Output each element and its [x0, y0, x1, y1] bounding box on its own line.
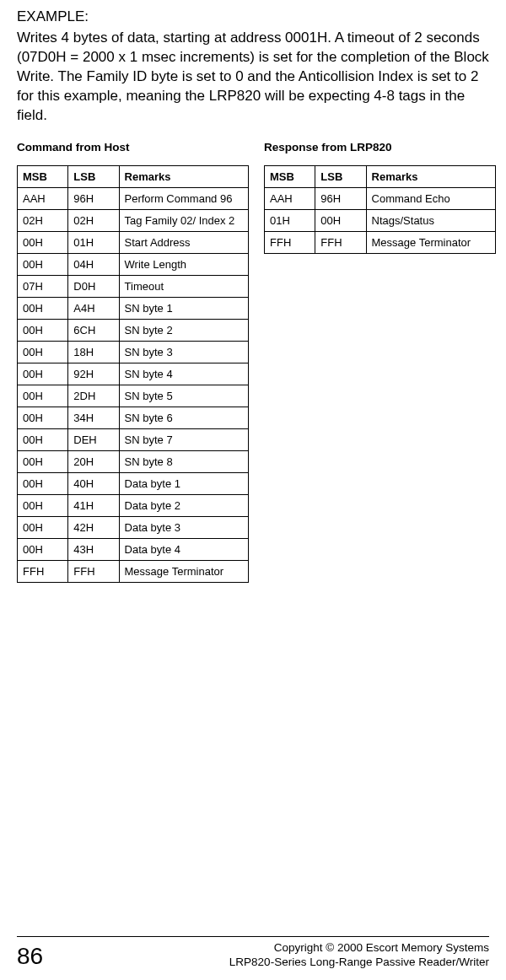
columns-wrap: Command from Host MSB LSB Remarks AAH96H… [17, 141, 489, 583]
cell-msb: 00H [18, 407, 68, 428]
footer-rule [17, 936, 489, 937]
cell-lsb: FFH [315, 231, 366, 253]
cell-msb: 07H [18, 275, 68, 297]
table-row: 00H04HWrite Length [18, 253, 249, 275]
copyright-line-1: Copyright © 2000 Escort Memory Systems [229, 940, 489, 956]
cell-msb: 00H [18, 341, 68, 363]
cell-lsb: 04H [68, 253, 119, 275]
cell-lsb: 18H [68, 341, 119, 363]
cell-lsb: 92H [68, 363, 119, 385]
table-row: 00H40HData byte 1 [18, 472, 249, 494]
table-row: 00H43HData byte 4 [18, 538, 249, 560]
table-row: 00H34HSN byte 6 [18, 407, 249, 428]
cell-remarks: SN byte 8 [119, 450, 248, 472]
cell-lsb: 96H [68, 187, 119, 209]
cell-msb: 02H [18, 209, 68, 231]
table-row: 00H20HSN byte 8 [18, 450, 249, 472]
table-row: 00H18HSN byte 3 [18, 341, 249, 363]
cell-msb: 00H [18, 385, 68, 407]
column-right: Response from LRP820 MSB LSB Remarks AAH… [264, 141, 496, 583]
cell-lsb: 02H [68, 209, 119, 231]
cell-lsb: 42H [68, 516, 119, 538]
cell-msb: 00H [18, 472, 68, 494]
cell-remarks: SN byte 1 [119, 297, 248, 319]
right-table-title: Response from LRP820 [264, 141, 496, 153]
cell-msb: FFH [265, 231, 315, 253]
cell-lsb: 96H [315, 187, 366, 209]
response-table: MSB LSB Remarks AAH96HCommand Echo01H00H… [264, 165, 496, 254]
header-lsb: LSB [68, 165, 119, 187]
cell-remarks: Data byte 1 [119, 472, 248, 494]
cell-remarks: Start Address [119, 231, 248, 253]
cell-msb: 00H [18, 363, 68, 385]
header-msb: MSB [265, 165, 315, 187]
header-msb: MSB [18, 165, 68, 187]
table-row: 00H01HStart Address [18, 231, 249, 253]
cell-remarks: SN byte 4 [119, 363, 248, 385]
cell-remarks: Message Terminator [119, 560, 248, 582]
right-tbody: AAH96HCommand Echo01H00HNtags/StatusFFHF… [265, 187, 496, 253]
table-row: 02H02HTag Family 02/ Index 2 [18, 209, 249, 231]
table-row: 00HDEHSN byte 7 [18, 428, 249, 450]
column-left: Command from Host MSB LSB Remarks AAH96H… [17, 141, 249, 583]
cell-msb: 00H [18, 253, 68, 275]
cell-msb: 00H [18, 297, 68, 319]
cell-remarks: Timeout [119, 275, 248, 297]
cell-msb: 00H [18, 319, 68, 341]
table-header-row: MSB LSB Remarks [265, 165, 496, 187]
cell-lsb: 6CH [68, 319, 119, 341]
cell-lsb: 2DH [68, 385, 119, 407]
cell-remarks: Perform Command 96 [119, 187, 248, 209]
left-tbody: AAH96HPerform Command 9602H02HTag Family… [18, 187, 249, 582]
table-row: 00HA4HSN byte 1 [18, 297, 249, 319]
cell-lsb: 40H [68, 472, 119, 494]
left-table-title: Command from Host [17, 141, 249, 153]
cell-lsb: 43H [68, 538, 119, 560]
table-row: 00H92HSN byte 4 [18, 363, 249, 385]
cell-remarks: SN byte 3 [119, 341, 248, 363]
table-header-row: MSB LSB Remarks [18, 165, 249, 187]
cell-lsb: 20H [68, 450, 119, 472]
cell-msb: 00H [18, 538, 68, 560]
cell-remarks: Command Echo [366, 187, 495, 209]
cell-msb: AAH [265, 187, 315, 209]
cell-remarks: Data byte 2 [119, 494, 248, 516]
cell-msb: 00H [18, 428, 68, 450]
cell-remarks: SN byte 7 [119, 428, 248, 450]
table-row: 07HD0HTimeout [18, 275, 249, 297]
table-row: 01H00HNtags/Status [265, 209, 496, 231]
command-table: MSB LSB Remarks AAH96HPerform Command 96… [17, 165, 249, 583]
cell-remarks: Message Terminator [366, 231, 495, 253]
intro-paragraph: Writes 4 bytes of data, starting at addr… [17, 29, 489, 126]
header-remarks: Remarks [366, 165, 495, 187]
page-footer: 86 Copyright © 2000 Escort Memory System… [17, 936, 489, 970]
cell-msb: AAH [18, 187, 68, 209]
cell-lsb: 01H [68, 231, 119, 253]
cell-remarks: Write Length [119, 253, 248, 275]
cell-lsb: FFH [68, 560, 119, 582]
cell-msb: 00H [18, 516, 68, 538]
cell-remarks: Data byte 4 [119, 538, 248, 560]
table-row: AAH96HCommand Echo [265, 187, 496, 209]
table-row: FFHFFHMessage Terminator [18, 560, 249, 582]
cell-lsb: DEH [68, 428, 119, 450]
cell-remarks: Ntags/Status [366, 209, 495, 231]
header-lsb: LSB [315, 165, 366, 187]
header-remarks: Remarks [119, 165, 248, 187]
cell-lsb: D0H [68, 275, 119, 297]
cell-msb: 01H [265, 209, 315, 231]
cell-lsb: 34H [68, 407, 119, 428]
cell-lsb: 00H [315, 209, 366, 231]
cell-lsb: 41H [68, 494, 119, 516]
cell-msb: 00H [18, 231, 68, 253]
table-row: 00H2DHSN byte 5 [18, 385, 249, 407]
cell-lsb: A4H [68, 297, 119, 319]
cell-msb: 00H [18, 494, 68, 516]
copyright-line-2: LRP820-Series Long-Range Passive Reader/… [229, 955, 489, 970]
cell-msb: FFH [18, 560, 68, 582]
table-row: FFHFFHMessage Terminator [265, 231, 496, 253]
table-row: 00H42HData byte 3 [18, 516, 249, 538]
cell-remarks: SN byte 6 [119, 407, 248, 428]
cell-msb: 00H [18, 450, 68, 472]
copyright-block: Copyright © 2000 Escort Memory Systems L… [229, 940, 489, 970]
